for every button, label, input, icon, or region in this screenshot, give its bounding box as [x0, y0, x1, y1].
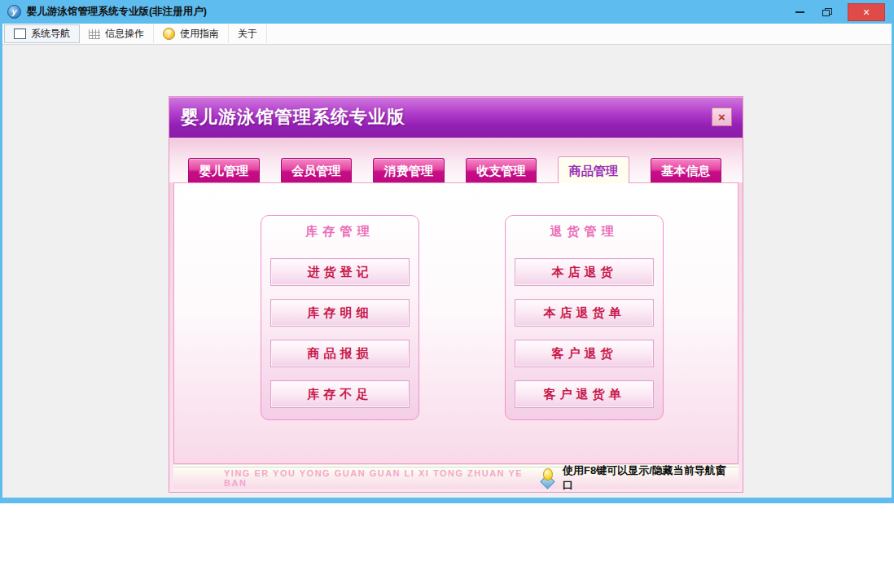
dialog-title: 婴儿游泳馆管理系统专业版	[181, 105, 405, 129]
client-area: 婴儿游泳馆管理系统专业版 × 婴儿管理 会员管理 消费管理 收支管理 商品管理 …	[2, 45, 892, 498]
button-product-damage[interactable]: 商品报损	[270, 340, 410, 367]
group-inventory-management: 库存管理 进货登记 库存明细 商品报损 库存不足	[261, 215, 419, 420]
navigation-icon	[14, 29, 26, 39]
toolbar-item-label: 系统导航	[31, 27, 70, 41]
button-purchase-register[interactable]: 进货登记	[270, 258, 410, 286]
toolbar-item-label: 关于	[238, 27, 257, 41]
navigation-dialog: 婴儿游泳馆管理系统专业版 × 婴儿管理 会员管理 消费管理 收支管理 商品管理 …	[169, 96, 743, 493]
tab-product-management[interactable]: 商品管理	[558, 156, 629, 183]
dialog-header: 婴儿游泳馆管理系统专业版 ×	[169, 97, 743, 138]
tab-baby-management[interactable]: 婴儿管理	[188, 158, 260, 182]
app-window: y 婴儿游泳馆管理系统专业版(非注册用户) × 系统导航 信息操作 ? 使用指南	[0, 0, 894, 503]
close-window-button[interactable]: ×	[848, 3, 885, 21]
help-coin-icon: ?	[163, 28, 175, 40]
toolbar-item-info-ops[interactable]: 信息操作	[80, 24, 154, 43]
group-return-management: 退货管理 本店退货 本店退货单 客户退货 客户退货单	[505, 215, 664, 420]
toolbar-item-label: 使用指南	[180, 27, 219, 41]
toolbar-item-about[interactable]: 关于	[229, 24, 267, 43]
tab-income-expense-management[interactable]: 收支管理	[466, 158, 537, 182]
button-inventory-detail[interactable]: 库存明细	[270, 299, 410, 327]
footer-hint: 使用F8键可以显示/隐藏当前导航窗口	[539, 463, 730, 493]
footer-hint-text: 使用F8键可以显示/隐藏当前导航窗口	[563, 463, 730, 493]
window-controls: ×	[786, 0, 888, 24]
minimize-icon	[795, 11, 804, 13]
toolbar: 系统导航 信息操作 ? 使用指南 关于	[2, 24, 892, 45]
group-title: 退货管理	[506, 224, 663, 239]
tab-page-product-management: 库存管理 进货登记 库存明细 商品报损 库存不足 退货管理 本店退货 本店退货单…	[173, 182, 738, 464]
footer-slogan: YING ER YOU YONG GUAN GUAN LI XI TONG ZH…	[224, 468, 539, 488]
button-store-return[interactable]: 本店退货	[515, 258, 654, 286]
restore-icon	[822, 8, 832, 16]
restore-button[interactable]	[813, 3, 841, 21]
tab-basic-info[interactable]: 基本信息	[651, 158, 722, 182]
button-customer-return[interactable]: 客户退货	[515, 340, 654, 367]
toolbar-item-user-guide[interactable]: ? 使用指南	[154, 24, 229, 43]
title-bar: y 婴儿游泳馆管理系统专业版(非注册用户) ×	[2, 0, 892, 24]
tab-consumption-management[interactable]: 消费管理	[373, 158, 445, 182]
button-customer-return-slip[interactable]: 客户退货单	[515, 380, 654, 408]
button-store-return-slip[interactable]: 本店退货单	[515, 299, 654, 327]
button-low-stock[interactable]: 库存不足	[270, 380, 410, 408]
group-title: 库存管理	[261, 224, 419, 239]
window-title: 婴儿游泳馆管理系统专业版(非注册用户)	[27, 5, 207, 19]
dialog-close-button[interactable]: ×	[712, 108, 732, 126]
tab-strip: 婴儿管理 会员管理 消费管理 收支管理 商品管理 基本信息	[169, 138, 743, 182]
dialog-footer: YING ER YOU YONG GUAN GUAN LI XI TONG ZH…	[173, 467, 738, 489]
lightbulb-icon	[539, 468, 557, 488]
app-logo-icon: y	[7, 5, 21, 19]
tab-member-management[interactable]: 会员管理	[281, 158, 353, 182]
minimize-button[interactable]	[786, 3, 813, 21]
grid-icon	[89, 29, 100, 39]
toolbar-item-label: 信息操作	[105, 27, 144, 41]
toolbar-item-system-nav[interactable]: 系统导航	[4, 24, 80, 43]
